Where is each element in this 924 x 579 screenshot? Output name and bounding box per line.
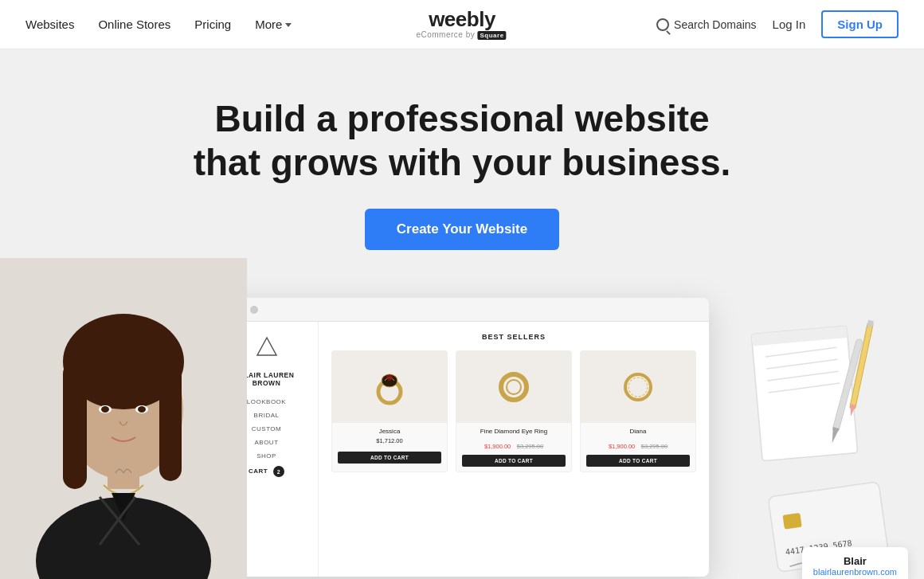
hero-section: Build a professional website that grows … — [0, 49, 924, 579]
ring-jessica-icon — [364, 362, 415, 413]
square-logo: Square — [477, 31, 506, 40]
svg-point-8 — [101, 406, 109, 413]
signup-button[interactable]: Sign Up — [821, 10, 899, 38]
product-card-eye-ring: Fine Diamond Eye Ring $1,900.00 $3,295.0… — [456, 350, 572, 472]
svg-marker-12 — [257, 338, 276, 355]
product-name-diana: Diana — [586, 428, 690, 435]
product-info-jessica: Jessica $1,712.00 ADD TO CART — [332, 423, 447, 468]
add-to-cart-diana[interactable]: ADD TO CART — [586, 455, 690, 467]
svg-point-18 — [625, 374, 651, 400]
product-image-diana — [581, 351, 695, 423]
product-card-jessica: Jessica $1,712.00 ADD TO CART — [331, 350, 448, 472]
svg-point-15 — [386, 374, 393, 381]
browser-topbar — [215, 298, 709, 322]
product-name-jessica: Jessica — [338, 428, 441, 435]
nav-pricing[interactable]: Pricing — [194, 18, 231, 31]
svg-rect-5 — [63, 362, 87, 489]
svg-point-19 — [628, 378, 648, 397]
login-button[interactable]: Log In — [773, 18, 806, 31]
nav-right: Search Domains Log In Sign Up — [656, 10, 899, 38]
product-price-eye-ring: $1,900.00 $3,295.00 — [462, 437, 566, 452]
nav-links: Websites Online Stores Pricing More — [25, 18, 292, 31]
hero-visual-row: BLAIR LAUREN BROWN LOOKBOOK BRIDAL CUSTO… — [16, 290, 908, 579]
hero-title: Build a professional website that grows … — [183, 97, 741, 185]
site-logo[interactable]: weebly eCommerce by Square — [416, 9, 507, 40]
best-sellers-label: BEST SELLERS — [331, 333, 696, 341]
ring-diana-icon — [613, 362, 664, 413]
svg-rect-6 — [159, 362, 182, 481]
ring-eye-ring-icon — [488, 362, 539, 413]
logo-subtitle: eCommerce by Square — [416, 30, 507, 40]
nav-websites[interactable]: Websites — [25, 18, 74, 31]
blair-card-url: blairlaurenbrown.com — [813, 567, 897, 577]
nav-more[interactable]: More — [255, 18, 292, 31]
logo-wordmark: weebly — [416, 9, 507, 29]
store-main: BEST SELLERS — [319, 322, 709, 577]
svg-point-16 — [501, 374, 527, 400]
product-price-diana: $1,900.00 $3,295.00 — [586, 437, 690, 452]
add-to-cart-jessica[interactable]: ADD TO CART — [338, 452, 441, 464]
product-info-eye-ring: Fine Diamond Eye Ring $1,900.00 $3,295.0… — [456, 423, 571, 471]
product-info-diana: Diana $1,900.00 $3,295.00 ADD TO CART — [581, 423, 695, 471]
search-icon — [656, 18, 669, 31]
svg-point-17 — [507, 380, 521, 394]
stationery-illustration: 4417 1239 5678 — [741, 306, 900, 579]
add-to-cart-eye-ring[interactable]: ADD TO CART — [462, 455, 566, 467]
blair-card-name: Blair — [813, 555, 897, 567]
search-domains-button[interactable]: Search Domains — [656, 18, 757, 31]
product-card-diana: Diana $1,900.00 $3,295.00 ADD TO CART — [580, 350, 696, 472]
svg-rect-32 — [782, 513, 801, 530]
chevron-down-icon — [285, 23, 292, 27]
create-website-button[interactable]: Create Your Website — [365, 209, 559, 250]
store-logo-icon — [254, 334, 280, 360]
stationery-svg: 4417 1239 5678 — [741, 306, 900, 579]
nav-online-stores[interactable]: Online Stores — [98, 18, 170, 31]
navbar: Websites Online Stores Pricing More weeb… — [0, 0, 924, 49]
browser-dot-green — [250, 306, 258, 314]
browser-mockup: BLAIR LAUREN BROWN LOOKBOOK BRIDAL CUSTO… — [215, 298, 709, 577]
product-name-eye-ring: Fine Diamond Eye Ring — [462, 428, 566, 435]
svg-point-10 — [138, 406, 146, 413]
blair-card: Blair blairlaurenbrown.com — [802, 547, 908, 579]
product-image-jessica — [332, 351, 447, 423]
products-grid: Jessica $1,712.00 ADD TO CART — [331, 350, 696, 472]
person-image — [0, 258, 247, 579]
product-price-jessica: $1,712.00 — [338, 437, 441, 444]
cart-count-badge: 2 — [273, 466, 284, 477]
product-image-eye-ring — [456, 351, 571, 423]
browser-body: BLAIR LAUREN BROWN LOOKBOOK BRIDAL CUSTO… — [215, 322, 709, 577]
